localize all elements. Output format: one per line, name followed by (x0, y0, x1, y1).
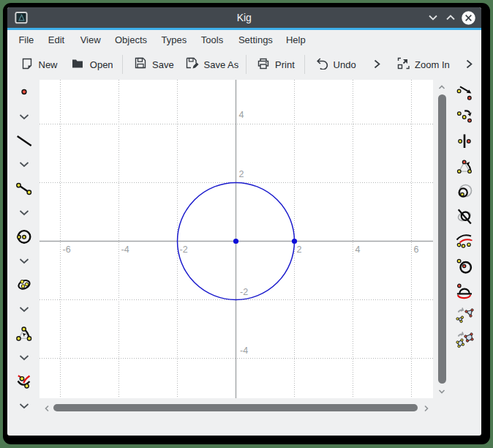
svg-text:2: 2 (239, 169, 244, 179)
svg-text:2: 2 (297, 244, 302, 255)
svg-text:4: 4 (355, 244, 361, 255)
svg-text:-2: -2 (240, 287, 248, 297)
svg-text:6: 6 (414, 244, 419, 255)
svg-text:-6: -6 (63, 244, 71, 255)
svg-text:-4: -4 (121, 244, 129, 255)
svg-text:-2: -2 (180, 244, 188, 255)
svg-text:4: 4 (239, 110, 244, 120)
svg-text:-4: -4 (240, 346, 248, 356)
